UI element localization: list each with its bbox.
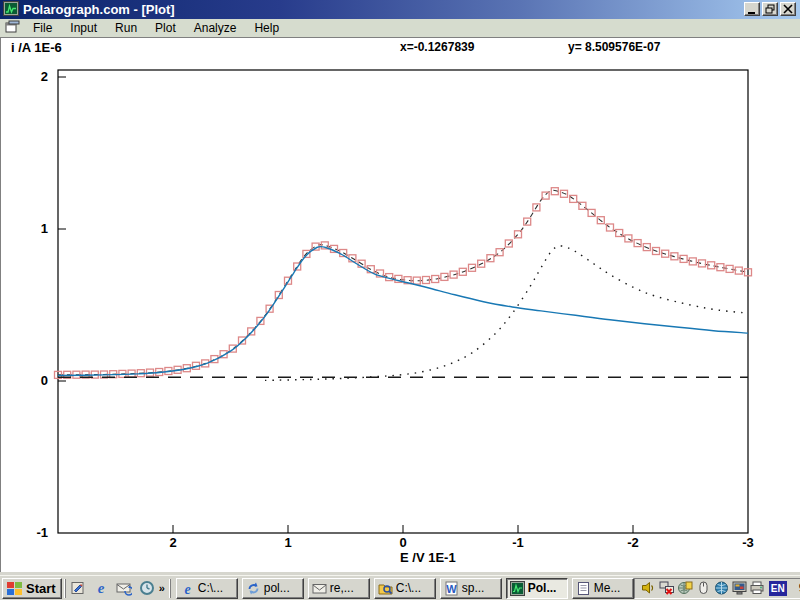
- menu-item-file[interactable]: File: [24, 19, 61, 37]
- y-tick-label: -1: [36, 525, 48, 540]
- task-button-0[interactable]: eC:\...: [176, 578, 238, 599]
- series-wave1-component: [58, 246, 748, 375]
- menu-item-run[interactable]: Run: [106, 19, 146, 37]
- y-tick-label: 0: [41, 373, 48, 388]
- svg-text:e: e: [97, 580, 104, 596]
- taskbar: Start e » eC:\...pol...re,...C:\...Wsp..…: [0, 575, 800, 600]
- x-tick-label: 1: [284, 535, 291, 550]
- y-tick-label: 1: [41, 221, 48, 236]
- window-title: Polarograph.com - [Plot]: [23, 2, 175, 17]
- plot-series: [55, 188, 752, 381]
- app-window: Polarograph.com - [Plot] FileInputRunPlo…: [0, 0, 800, 600]
- task-button-label: sp...: [462, 581, 485, 595]
- minimize-button[interactable]: [744, 2, 760, 16]
- start-label: Start: [26, 581, 56, 596]
- x-tick-label: 0: [399, 535, 406, 550]
- y-axis-title: i /A 1E-6: [11, 40, 62, 55]
- quicklaunch-quicktime-icon[interactable]: [137, 578, 157, 598]
- quick-launch-bar: e: [68, 578, 157, 598]
- tray-web-doc-icon[interactable]: [677, 580, 693, 596]
- find-icon: [378, 581, 393, 596]
- menu-bar: FileInputRunPlotAnalyzeHelp: [0, 19, 800, 38]
- plot-canvas[interactable]: i /A 1E-6 E /V 1E-1 210-1-2-3210-1: [1, 38, 800, 572]
- x-tick-label: -2: [627, 535, 639, 550]
- task-button-4[interactable]: Wsp...: [440, 578, 502, 599]
- x-axis-title: E /V 1E-1: [400, 550, 456, 565]
- quicklaunch-outlook-express-icon[interactable]: [114, 578, 134, 598]
- tray-display-icon[interactable]: [731, 580, 747, 596]
- tray-printer-icon[interactable]: [749, 580, 765, 596]
- x-tick-label: -1: [512, 535, 524, 550]
- task-button-3[interactable]: C:\...: [374, 578, 436, 599]
- polarograph-icon: [510, 581, 525, 596]
- task-buttons: eC:\...pol...re,...C:\...Wsp...Pol...Me.…: [176, 578, 634, 599]
- task-button-label: C:\...: [198, 581, 223, 595]
- language-indicator[interactable]: EN: [769, 581, 787, 596]
- taskbar-clock[interactable]: 9:28 AM: [791, 581, 800, 595]
- svg-text:W: W: [446, 583, 457, 595]
- task-button-label: Pol...: [528, 581, 557, 595]
- restore-button[interactable]: [762, 2, 778, 16]
- task-button-6[interactable]: Me...: [572, 578, 634, 599]
- word-icon: W: [444, 581, 459, 596]
- menu-item-analyze[interactable]: Analyze: [185, 19, 246, 37]
- x-tick-label: -3: [742, 535, 754, 550]
- task-button-1[interactable]: pol...: [242, 578, 304, 599]
- x-tick-label: 2: [169, 535, 176, 550]
- series-measured-total-fit-line: [58, 190, 748, 375]
- y-tick-label: 2: [41, 69, 48, 84]
- taskbar-grip[interactable]: [64, 579, 66, 598]
- windows-logo-icon: [6, 581, 23, 596]
- tray-mouse-icon[interactable]: [695, 580, 711, 596]
- task-button-2[interactable]: re,...: [308, 578, 370, 599]
- taskbar-grip-2[interactable]: [169, 579, 171, 598]
- task-button-5-active[interactable]: Pol...: [506, 578, 568, 599]
- quick-launch-overflow-chevron[interactable]: »: [157, 582, 167, 594]
- quicklaunch-show-desktop-icon[interactable]: [68, 578, 88, 598]
- tray-icons: [641, 580, 765, 596]
- app-icon: [3, 1, 19, 19]
- tray-network-offline-icon[interactable]: [659, 580, 675, 596]
- notepad-icon: [576, 581, 591, 596]
- menu-item-plot[interactable]: Plot: [146, 19, 185, 37]
- tray-globe-icon[interactable]: [713, 580, 729, 596]
- close-button[interactable]: [780, 2, 796, 16]
- ie-icon: e: [180, 581, 195, 596]
- menu-item-input[interactable]: Input: [61, 19, 106, 37]
- plot-frame: 210-1-2-3210-1: [36, 69, 753, 550]
- system-tray: EN 9:28 AM: [634, 578, 800, 599]
- title-bar: Polarograph.com - [Plot]: [0, 0, 800, 19]
- mdi-child-icon[interactable]: [5, 20, 20, 36]
- plot-client-area: x=-0.1267839 y= 8.509576E-07 i /A 1E-6 E…: [0, 38, 800, 572]
- menu-item-help[interactable]: Help: [245, 19, 288, 37]
- series-measured-total-fit-markers: [55, 188, 752, 379]
- menu-items: FileInputRunPlotAnalyzeHelp: [24, 19, 288, 37]
- series-wave2-component: [265, 246, 748, 380]
- quicklaunch-internet-explorer-icon[interactable]: e: [91, 578, 111, 598]
- mail-icon: [312, 581, 327, 596]
- sync-icon: [246, 581, 261, 596]
- task-button-label: C:\...: [396, 581, 421, 595]
- task-button-label: re,...: [330, 581, 354, 595]
- task-button-label: Me...: [594, 581, 621, 595]
- svg-text:e: e: [184, 581, 190, 596]
- window-controls: [744, 2, 796, 16]
- task-button-label: pol...: [264, 581, 290, 595]
- tray-volume-icon[interactable]: [641, 580, 657, 596]
- start-button[interactable]: Start: [2, 578, 62, 599]
